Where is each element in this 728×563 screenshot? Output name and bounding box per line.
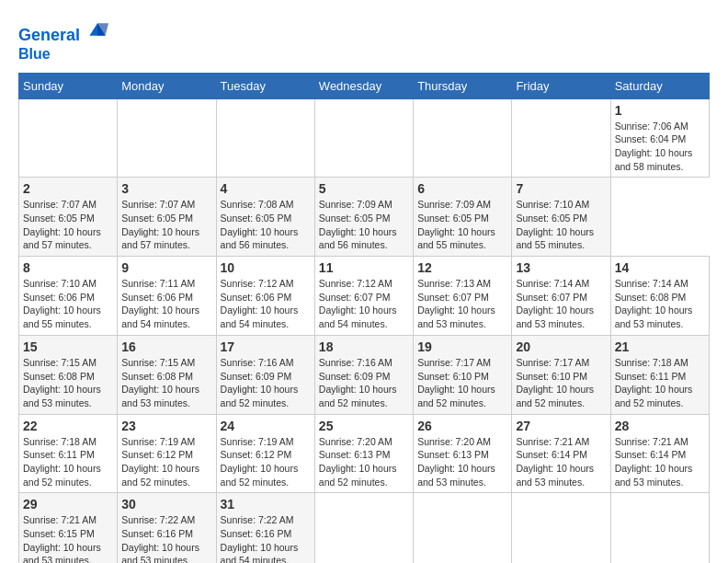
calendar-cell: 22 Sunrise: 7:18 AM Sunset: 6:11 PM Dayl… [19,414,118,493]
day-info: Sunrise: 7:07 AM Sunset: 6:05 PM Dayligh… [121,198,211,252]
calendar-cell [414,98,512,178]
calendar-cell [414,493,512,563]
day-info: Sunrise: 7:15 AM Sunset: 6:08 PM Dayligh… [121,356,211,410]
calendar-cell: 6 Sunrise: 7:09 AM Sunset: 6:05 PM Dayli… [414,178,512,257]
calendar-cell: 29 Sunrise: 7:21 AM Sunset: 6:15 PM Dayl… [19,493,118,563]
day-info: Sunrise: 7:09 AM Sunset: 6:05 PM Dayligh… [417,198,507,252]
day-number: 13 [516,260,606,275]
calendar-cell: 14 Sunrise: 7:14 AM Sunset: 6:08 PM Dayl… [610,257,709,336]
calendar-cell: 19 Sunrise: 7:17 AM Sunset: 6:10 PM Dayl… [414,335,512,414]
day-info: Sunrise: 7:13 AM Sunset: 6:07 PM Dayligh… [417,277,507,331]
day-info: Sunrise: 7:16 AM Sunset: 6:09 PM Dayligh… [221,356,311,410]
calendar-week-row: 15 Sunrise: 7:15 AM Sunset: 6:08 PM Dayl… [19,335,710,414]
day-number: 16 [121,339,211,354]
calendar-cell: 11 Sunrise: 7:12 AM Sunset: 6:07 PM Dayl… [314,257,413,336]
day-number: 7 [516,181,606,196]
calendar-cell [216,98,314,178]
calendar-cell: 26 Sunrise: 7:20 AM Sunset: 6:13 PM Dayl… [414,414,512,493]
calendar-cell: 30 Sunrise: 7:22 AM Sunset: 6:16 PM Dayl… [118,493,216,563]
weekday-header-tuesday: Tuesday [216,73,314,98]
calendar-cell [314,98,413,178]
day-info: Sunrise: 7:19 AM Sunset: 6:12 PM Dayligh… [121,435,211,489]
day-number: 4 [221,181,311,196]
calendar-cell: 18 Sunrise: 7:16 AM Sunset: 6:09 PM Dayl… [314,335,413,414]
day-info: Sunrise: 7:08 AM Sunset: 6:05 PM Dayligh… [221,198,311,252]
day-info: Sunrise: 7:09 AM Sunset: 6:05 PM Dayligh… [319,198,409,252]
calendar-week-row: 2 Sunrise: 7:07 AM Sunset: 6:05 PM Dayli… [19,178,710,257]
calendar-cell: 20 Sunrise: 7:17 AM Sunset: 6:10 PM Dayl… [512,335,610,414]
day-info: Sunrise: 7:07 AM Sunset: 6:05 PM Dayligh… [23,198,113,252]
day-info: Sunrise: 7:10 AM Sunset: 6:06 PM Dayligh… [23,277,113,331]
day-number: 2 [23,181,113,196]
calendar-cell [118,98,216,178]
calendar-cell: 17 Sunrise: 7:16 AM Sunset: 6:09 PM Dayl… [216,335,314,414]
calendar-cell: 25 Sunrise: 7:20 AM Sunset: 6:13 PM Dayl… [314,414,413,493]
calendar-table: SundayMondayTuesdayWednesdayThursdayFrid… [18,73,710,563]
day-info: Sunrise: 7:19 AM Sunset: 6:12 PM Dayligh… [221,435,311,489]
day-number: 30 [121,497,211,511]
day-info: Sunrise: 7:20 AM Sunset: 6:13 PM Dayligh… [417,435,507,489]
calendar-cell: 2 Sunrise: 7:07 AM Sunset: 6:05 PM Dayli… [19,178,118,257]
calendar-week-row: 1 Sunrise: 7:06 AM Sunset: 6:04 PM Dayli… [19,98,710,178]
calendar-cell: 31 Sunrise: 7:22 AM Sunset: 6:16 PM Dayl… [216,493,314,563]
day-info: Sunrise: 7:18 AM Sunset: 6:11 PM Dayligh… [23,435,113,489]
calendar-cell: 4 Sunrise: 7:08 AM Sunset: 6:05 PM Dayli… [216,178,314,257]
calendar-cell: 5 Sunrise: 7:09 AM Sunset: 6:05 PM Dayli… [314,178,413,257]
day-number: 29 [23,497,113,511]
day-info: Sunrise: 7:12 AM Sunset: 6:07 PM Dayligh… [319,277,409,331]
page-header: General Blue [18,18,710,63]
day-info: Sunrise: 7:14 AM Sunset: 6:07 PM Dayligh… [516,277,606,331]
logo-blue: Blue [18,46,51,62]
day-info: Sunrise: 7:20 AM Sunset: 6:13 PM Dayligh… [319,435,409,489]
day-number: 26 [417,419,507,433]
day-number: 10 [221,260,311,275]
calendar-cell: 16 Sunrise: 7:15 AM Sunset: 6:08 PM Dayl… [118,335,216,414]
calendar-cell: 13 Sunrise: 7:14 AM Sunset: 6:07 PM Dayl… [512,257,610,336]
day-number: 22 [23,419,113,433]
weekday-header-saturday: Saturday [610,73,709,98]
calendar-cell: 24 Sunrise: 7:19 AM Sunset: 6:12 PM Dayl… [216,414,314,493]
calendar-cell: 9 Sunrise: 7:11 AM Sunset: 6:06 PM Dayli… [118,257,216,336]
calendar-cell: 10 Sunrise: 7:12 AM Sunset: 6:06 PM Dayl… [216,257,314,336]
day-info: Sunrise: 7:15 AM Sunset: 6:08 PM Dayligh… [23,356,113,410]
day-number: 20 [516,339,606,354]
calendar-week-row: 8 Sunrise: 7:10 AM Sunset: 6:06 PM Dayli… [19,257,710,336]
day-number: 14 [615,260,705,275]
logo: General Blue [18,18,108,63]
calendar-header-row: SundayMondayTuesdayWednesdayThursdayFrid… [19,73,710,98]
day-info: Sunrise: 7:18 AM Sunset: 6:11 PM Dayligh… [615,356,705,410]
day-info: Sunrise: 7:10 AM Sunset: 6:05 PM Dayligh… [516,198,606,252]
day-info: Sunrise: 7:21 AM Sunset: 6:15 PM Dayligh… [23,513,113,563]
day-number: 3 [121,181,211,196]
day-info: Sunrise: 7:22 AM Sunset: 6:16 PM Dayligh… [121,513,211,563]
calendar-cell [610,493,709,563]
day-number: 24 [221,419,311,433]
day-number: 18 [319,339,409,354]
day-number: 5 [319,181,409,196]
weekday-header-thursday: Thursday [414,73,512,98]
day-number: 1 [615,103,705,118]
calendar-cell: 8 Sunrise: 7:10 AM Sunset: 6:06 PM Dayli… [19,257,118,336]
calendar-cell: 1 Sunrise: 7:06 AM Sunset: 6:04 PM Dayli… [610,98,709,178]
day-number: 31 [221,497,311,511]
calendar-week-row: 22 Sunrise: 7:18 AM Sunset: 6:11 PM Dayl… [19,414,710,493]
calendar-cell: 3 Sunrise: 7:07 AM Sunset: 6:05 PM Dayli… [118,178,216,257]
calendar-cell: 15 Sunrise: 7:15 AM Sunset: 6:08 PM Dayl… [19,335,118,414]
day-info: Sunrise: 7:17 AM Sunset: 6:10 PM Dayligh… [417,356,507,410]
logo-general: General [18,26,80,44]
day-number: 17 [221,339,311,354]
day-number: 28 [615,419,705,433]
weekday-header-wednesday: Wednesday [314,73,413,98]
calendar-cell: 23 Sunrise: 7:19 AM Sunset: 6:12 PM Dayl… [118,414,216,493]
day-number: 15 [23,339,113,354]
day-info: Sunrise: 7:06 AM Sunset: 6:04 PM Dayligh… [615,120,705,174]
day-info: Sunrise: 7:16 AM Sunset: 6:09 PM Dayligh… [319,356,409,410]
day-info: Sunrise: 7:22 AM Sunset: 6:16 PM Dayligh… [221,513,311,563]
day-number: 6 [417,181,507,196]
day-info: Sunrise: 7:21 AM Sunset: 6:14 PM Dayligh… [615,435,705,489]
calendar-cell: 12 Sunrise: 7:13 AM Sunset: 6:07 PM Dayl… [414,257,512,336]
weekday-header-monday: Monday [118,73,216,98]
day-number: 12 [417,260,507,275]
svg-marker-1 [97,23,108,36]
day-number: 9 [121,260,211,275]
